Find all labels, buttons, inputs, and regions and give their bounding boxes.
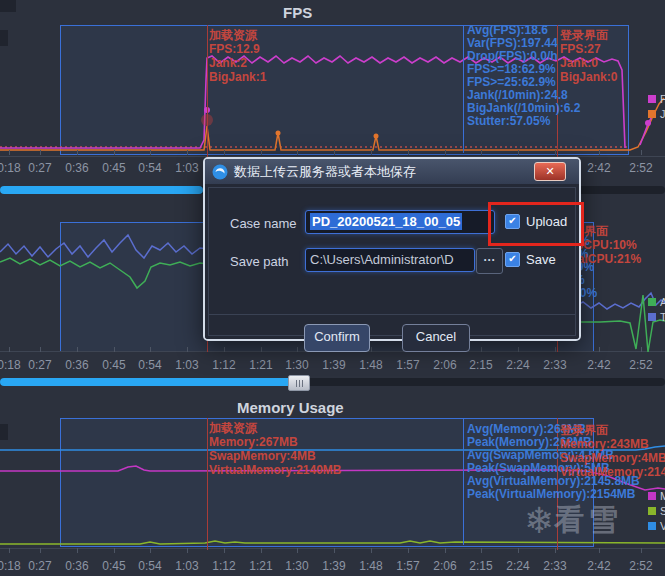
time-label: 2:42: [581, 150, 617, 176]
legend-swatch-icon: [648, 110, 656, 118]
fps-chart-title: FPS: [283, 4, 312, 21]
save-checkbox[interactable]: ✔: [505, 252, 520, 267]
time-label: 1:12: [206, 347, 242, 373]
time-label: 2:15: [463, 548, 499, 574]
legend-swatch-icon: [648, 522, 656, 530]
app-root: { "fps_chart": { "title": "FPS", "stats"…: [0, 0, 665, 576]
time-label: 1:30: [279, 548, 315, 574]
case-name-value: PD_20200521_18_00_05: [310, 213, 462, 230]
legend-swatch-icon: [648, 507, 656, 515]
time-label: 2:42: [581, 548, 617, 574]
memory-chart-title: Memory Usage: [237, 399, 344, 416]
dialog-separator: [209, 314, 575, 315]
time-label: 0:27: [22, 150, 58, 176]
time-label: 2:33: [537, 347, 573, 373]
time-label: 2:24: [500, 347, 536, 373]
cpu-legend: AppCPUTotalCPU: [648, 294, 665, 324]
time-label: 1:03: [169, 150, 205, 176]
memory-annotation-loading: 加载资源Memory:267MBSwapMemory:4MBVirtualMem…: [209, 421, 342, 477]
cancel-button[interactable]: Cancel: [402, 324, 470, 352]
time-label: 1:03: [169, 548, 205, 574]
legend-swatch-icon: [648, 298, 656, 306]
time-label: 1:39: [316, 548, 352, 574]
time-label: 2:52: [623, 347, 659, 373]
legend-swatch-icon: [648, 492, 656, 500]
memory-legend: MemorySwapMemoryVirtualMemory: [648, 488, 665, 533]
time-label: 0:45: [96, 347, 132, 373]
memory-axis-notch: [0, 424, 8, 440]
time-label: 2:52: [623, 150, 659, 176]
save-checkbox-row: ✔ Save: [505, 252, 556, 267]
dialog-title: 数据上传云服务器或者本地保存: [234, 163, 416, 181]
upload-save-dialog: 数据上传云服务器或者本地保存 ✕ Case name PD_20200521_1…: [203, 157, 581, 341]
fps-annotation-login: 登录界面FPS:27Jank:0BigJank:0: [560, 28, 617, 84]
time-label: 1:12: [206, 548, 242, 574]
case-name-input[interactable]: PD_20200521_18_00_05: [305, 210, 495, 234]
save-path-value: C:\Users\Administrator\D: [310, 252, 454, 267]
save-path-input[interactable]: C:\Users\Administrator\D: [305, 248, 475, 272]
time-label: 0:36: [59, 347, 95, 373]
fps-scrollbar-fill[interactable]: [0, 186, 203, 194]
time-label: 0:36: [59, 150, 95, 176]
upload-highlight-rectangle: [488, 202, 584, 246]
legend-item[interactable]: FPS: [648, 91, 665, 106]
memory-annotation-login: 登录界面Memory:243MBSwapMemory:4MBVirtualMem…: [560, 423, 665, 479]
legend-item[interactable]: AppCPU: [648, 294, 665, 309]
case-name-label: Case name: [230, 216, 296, 231]
time-label: 1:57: [390, 548, 426, 574]
fps-axis-notch: [0, 30, 8, 46]
time-label: 2:42: [581, 347, 617, 373]
legend-item[interactable]: SwapMemory: [648, 503, 665, 518]
save-label: Save: [526, 252, 556, 267]
kanxue-watermark: ❄ 看雪: [524, 500, 622, 541]
time-label: 2:52: [623, 548, 659, 574]
time-label: 1:21: [243, 548, 279, 574]
legend-item[interactable]: VirtualMemory: [648, 518, 665, 533]
time-label: 0:27: [22, 347, 58, 373]
legend-item[interactable]: Jank: [648, 106, 665, 121]
time-label: 0:54: [132, 548, 168, 574]
time-label: 1:03: [169, 347, 205, 373]
time-label: 0:45: [96, 150, 132, 176]
time-label: 1:48: [353, 548, 389, 574]
time-label: 1:21: [243, 347, 279, 373]
fps-annotation-loading: 加载资源FPS:12.9Jank:2BigJank:1: [209, 28, 266, 84]
fps-marker-loading-line: [207, 25, 208, 157]
time-label: 2:06: [427, 548, 463, 574]
perfdog-logo-icon: [212, 164, 228, 180]
legend-swatch-icon: [648, 95, 656, 103]
time-label: 0:54: [132, 150, 168, 176]
time-label: 0:54: [132, 347, 168, 373]
confirm-button[interactable]: Confirm: [304, 324, 370, 352]
legend-swatch-icon: [648, 313, 656, 321]
time-label: 2:24: [500, 548, 536, 574]
memory-marker-loading-line: [207, 418, 208, 550]
time-label: 0:27: [22, 548, 58, 574]
memory-time-axis: 0:180:270:360:450:541:031:121:211:301:39…: [0, 548, 665, 576]
close-icon[interactable]: ✕: [534, 162, 566, 181]
save-path-label: Save path: [230, 254, 289, 269]
time-label: 2:33: [537, 548, 573, 574]
fps-guide-line: [463, 25, 464, 153]
legend-item[interactable]: TotalCPU: [648, 309, 665, 324]
fps-legend: FPSJank: [648, 91, 665, 121]
snowflake-icon: ❄: [524, 503, 554, 539]
cpu-scrollbar-fill[interactable]: [0, 378, 292, 386]
memory-guide-line: [463, 418, 464, 545]
cpu-scrollbar-handle[interactable]: [288, 375, 310, 391]
legend-item[interactable]: Memory: [648, 488, 665, 503]
time-label: 0:45: [96, 548, 132, 574]
dialog-titlebar[interactable]: 数据上传云服务器或者本地保存 ✕: [205, 159, 579, 184]
browse-button[interactable]: ···: [476, 248, 503, 274]
corner-notch: [0, 0, 16, 12]
cpu-scrollbar[interactable]: [0, 378, 665, 386]
time-label: 0:36: [59, 548, 95, 574]
